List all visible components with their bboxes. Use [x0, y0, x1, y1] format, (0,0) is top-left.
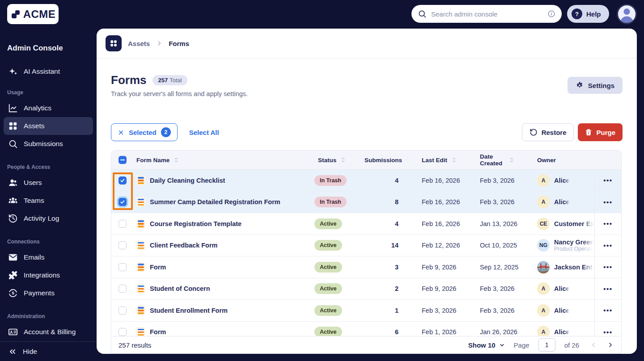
form-name-link[interactable]: Daily Cleaning Checklist	[150, 177, 225, 184]
total-count-badge: 257 Total	[153, 75, 187, 85]
purge-button[interactable]: Purge	[578, 123, 623, 141]
sidebar-item-label: Emails	[24, 253, 45, 261]
row-actions-menu-button[interactable]: •••	[603, 306, 612, 314]
trash-icon	[585, 129, 592, 136]
sort-icon	[451, 156, 457, 164]
submissions-value: 14	[361, 242, 407, 249]
last-edit-value: Feb 16, 2026	[407, 220, 466, 227]
form-name-link[interactable]: Student of Concern	[150, 285, 210, 292]
sidebar-item-label: Integrations	[24, 271, 60, 279]
form-icon	[136, 197, 145, 207]
row-checkbox[interactable]	[119, 176, 127, 185]
sidebar-item-integrations[interactable]: Integrations	[4, 266, 93, 284]
search-input[interactable]	[431, 10, 543, 18]
owner-name: Jackson Enterprises	[554, 264, 594, 271]
column-header-form-name[interactable]: Form Name	[136, 156, 311, 164]
last-edit-value: Feb 16, 2026	[407, 177, 466, 184]
owner-name: Alice	[554, 198, 570, 206]
table-row[interactable]: FormActive6Feb 1, 2026Jan 26, 2026AAlice…	[111, 322, 621, 336]
sidebar-item-label: Assets	[24, 122, 45, 130]
sidebar-nav: UsageAnalyticsAssetsSubmissionsPeople & …	[0, 89, 97, 341]
page-number-input[interactable]	[538, 338, 555, 352]
sidebar-item-payments[interactable]: $Payments	[4, 284, 93, 302]
restore-button[interactable]: Restore	[522, 123, 574, 141]
clear-selection-chip[interactable]: Selected 2	[111, 123, 178, 141]
submissions-value: 8	[361, 198, 407, 206]
sidebar-item-teams[interactable]: Teams	[4, 192, 93, 210]
sidebar-item-label: Teams	[24, 197, 44, 205]
sidebar-item-submissions[interactable]: Submissions	[4, 135, 93, 153]
search-bar[interactable]	[411, 5, 562, 23]
column-header-submissions[interactable]: Submissions	[361, 156, 407, 164]
row-checkbox[interactable]	[119, 328, 127, 336]
user-avatar[interactable]	[617, 4, 637, 24]
form-name-link[interactable]: Client Feedback Form	[150, 242, 217, 249]
sidebar-item-assets[interactable]: Assets	[4, 117, 93, 135]
form-name-link[interactable]: Student Enrollment Form	[150, 307, 228, 314]
owner-avatar: A	[537, 326, 550, 336]
help-label: Help	[586, 10, 601, 18]
column-header-status[interactable]: Status	[311, 156, 361, 164]
line-chart-icon	[8, 103, 18, 113]
owner-name: Alice	[554, 285, 570, 292]
row-checkbox[interactable]	[119, 285, 127, 293]
form-name-link[interactable]: Form	[150, 328, 166, 336]
help-button[interactable]: ? Help	[567, 5, 609, 23]
owner-subtitle: Product Operations	[554, 246, 594, 252]
table-row[interactable]: Student of ConcernActive2Feb 9, 2026Feb …	[111, 278, 621, 300]
table-row[interactable]: Client Feedback FormActive14Feb 12, 2026…	[111, 235, 621, 257]
table-row[interactable]: Course Registration TemplateActive4Feb 1…	[111, 213, 621, 235]
owner-name: Alice	[554, 177, 570, 184]
column-header-last-edit[interactable]: Last Edit	[407, 156, 466, 164]
form-name-link[interactable]: Form	[150, 264, 166, 271]
row-actions-menu-button[interactable]: •••	[603, 263, 612, 271]
sidebar-title: Admin Console	[7, 44, 89, 53]
breadcrumb-current: Forms	[169, 40, 189, 47]
column-header-date-created[interactable]: Date Created	[466, 153, 523, 167]
sidebar-item-analytics[interactable]: Analytics	[4, 99, 93, 117]
next-page-button[interactable]	[607, 341, 614, 348]
sidebar-item-activity[interactable]: Activity Log	[4, 210, 93, 227]
row-checkbox[interactable]	[119, 306, 127, 315]
logo[interactable]: ACME	[7, 4, 59, 24]
row-actions-menu-button[interactable]: •••	[603, 328, 612, 336]
sparkles-icon	[8, 67, 18, 76]
sidebar-item-ai-assistant[interactable]: AI Assistant	[4, 63, 93, 80]
sidebar-hide-button[interactable]: Hide	[0, 341, 97, 361]
sidebar-item-label: AI Assistant	[24, 67, 60, 76]
pagination-bar: 257 results Show 10 Page of 26	[111, 336, 622, 354]
form-icon	[136, 176, 145, 185]
table-row[interactable]: Summer Camp Detailed Registration FormIn…	[111, 192, 621, 214]
row-checkbox[interactable]	[119, 198, 127, 206]
row-actions-menu-button[interactable]: •••	[603, 242, 612, 249]
sidebar-item-billing[interactable]: Account & Billing	[4, 323, 93, 341]
row-actions-menu-button[interactable]: •••	[603, 176, 612, 184]
select-all-checkbox[interactable]	[119, 156, 127, 164]
sidebar-item-users[interactable]: Users	[4, 174, 93, 192]
svg-text:$: $	[12, 291, 14, 295]
select-all-link[interactable]: Select All	[189, 129, 219, 136]
row-checkbox[interactable]	[119, 263, 127, 271]
row-actions-menu-button[interactable]: •••	[603, 285, 612, 293]
row-checkbox[interactable]	[119, 220, 127, 228]
breadcrumb-assets-link[interactable]: Assets	[128, 40, 150, 47]
settings-label: Settings	[588, 82, 614, 89]
page-size-select[interactable]: Show 10	[468, 341, 505, 349]
sidebar-item-label: Payments	[24, 289, 55, 297]
logo-icon	[10, 9, 21, 20]
sidebar-item-emails[interactable]: Emails	[4, 248, 93, 266]
status-badge: Active	[314, 327, 342, 336]
row-actions-menu-button[interactable]: •••	[603, 198, 612, 206]
row-actions-menu-button[interactable]: •••	[603, 220, 612, 227]
row-checkbox[interactable]	[119, 241, 127, 249]
sidebar-item-label: Analytics	[24, 104, 51, 112]
info-icon[interactable]	[547, 10, 555, 18]
previous-page-button[interactable]	[590, 341, 597, 348]
table-row[interactable]: Student Enrollment FormActive1Feb 3, 202…	[111, 300, 621, 322]
table-row[interactable]: Daily Cleaning ChecklistIn Trash4Feb 16,…	[111, 170, 621, 192]
settings-button[interactable]: Settings	[568, 77, 623, 94]
form-name-link[interactable]: Summer Camp Detailed Registration Form	[150, 198, 280, 206]
form-name-link[interactable]: Course Registration Template	[150, 220, 242, 227]
form-icon	[136, 284, 145, 294]
table-row[interactable]: FormActive3Feb 9, 2026Sep 12, 2025Jackso…	[111, 256, 621, 278]
